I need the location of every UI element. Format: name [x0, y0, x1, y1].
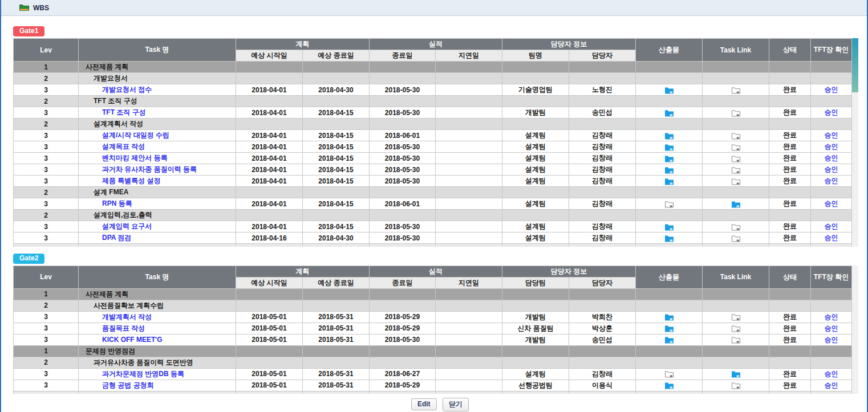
col-header-plan-end: 예상 종료일 — [303, 277, 370, 288]
scrollbar-thumb[interactable] — [852, 38, 858, 92]
task-name-link[interactable]: DPA 점검 — [102, 234, 131, 242]
approve-link[interactable]: 승인 — [825, 381, 838, 389]
approve-link[interactable]: 승인 — [825, 165, 838, 173]
output-cell — [636, 357, 703, 368]
approve-link[interactable]: 승인 — [825, 313, 838, 321]
output-folder-icon[interactable] — [665, 85, 674, 93]
task-name-link[interactable]: 설계입력 요구서 — [102, 222, 152, 230]
task-name-link[interactable]: 벤치마킹 제안서 등록 — [102, 154, 168, 162]
task-name-link[interactable]: KICK OFF MEET'G — [102, 336, 163, 344]
output-folder-icon[interactable] — [665, 336, 674, 344]
task-link-folder-empty-icon[interactable] — [732, 234, 740, 242]
task-name-link[interactable]: 설계목표 작성 — [102, 142, 145, 150]
tft-confirm-cell: 승인 — [811, 232, 852, 244]
task-name-cell: 사전제품 계획 — [79, 288, 236, 300]
status-cell — [769, 187, 811, 198]
task-link-folder-icon[interactable] — [732, 370, 740, 378]
edit-button[interactable]: Edit — [411, 398, 437, 410]
task-link-folder-empty-icon[interactable] — [732, 108, 740, 116]
plan-end-cell: 2018-04-15 — [303, 141, 370, 153]
output-cell — [636, 96, 703, 107]
approve-link[interactable]: 승인 — [825, 222, 838, 230]
task-link-folder-empty-icon[interactable] — [732, 142, 740, 150]
task-name-link[interactable]: 개발요청서 접수 — [102, 85, 152, 93]
output-folder-icon[interactable] — [665, 324, 674, 332]
gate2-badge: Gate2 — [13, 254, 44, 264]
task-link-folder-empty-icon[interactable] — [732, 154, 740, 162]
partial-cell — [303, 391, 370, 394]
task-name-cell: DPA 점검 — [79, 232, 236, 244]
task-name-cell: TFT 조직 구성 — [79, 96, 236, 107]
team-cell: 개발팀 — [502, 107, 569, 119]
plan-start-cell: 2018-04-01 — [236, 164, 303, 176]
task-link-folder-empty-icon[interactable] — [732, 222, 740, 230]
output-folder-icon[interactable] — [665, 381, 674, 389]
approve-link[interactable]: 승인 — [825, 234, 838, 242]
owner-cell — [569, 288, 636, 300]
task-name-cell: 설계입력 요구서 — [79, 221, 236, 232]
task-name-link[interactable]: 품질목표 작성 — [102, 324, 145, 332]
actual-end-cell: 2018-05-30 — [370, 334, 436, 345]
task-link-folder-empty-icon[interactable] — [732, 313, 740, 321]
approve-link[interactable]: 승인 — [825, 131, 838, 139]
task-link-folder-empty-icon[interactable] — [732, 336, 740, 344]
partial-cell — [569, 244, 636, 247]
owner-cell: 노형진 — [569, 84, 636, 96]
output-folder-icon[interactable] — [665, 165, 674, 173]
task-name-cell: 설계계획서 작성 — [79, 119, 236, 130]
plan-end-cell: 2018-04-15 — [303, 153, 370, 164]
output-cell — [636, 130, 703, 141]
task-name-link[interactable]: 제품 특별특성 설정 — [102, 177, 161, 185]
task-name-link[interactable]: 과거차 유사차종 품질이력 등록 — [102, 165, 197, 173]
output-folder-icon[interactable] — [665, 142, 674, 150]
table-row: 2개발요청서 — [14, 73, 852, 84]
task-link-folder-empty-icon[interactable] — [732, 85, 740, 93]
task-name-link[interactable]: TFT 조직 구성 — [102, 108, 146, 116]
approve-link[interactable]: 승인 — [825, 177, 838, 185]
approve-link[interactable]: 승인 — [825, 336, 838, 344]
approve-link[interactable]: 승인 — [825, 370, 838, 378]
owner-cell: 김창래 — [569, 368, 636, 380]
output-folder-icon[interactable] — [665, 154, 674, 162]
output-folder-icon[interactable] — [665, 313, 674, 321]
approve-link[interactable]: 승인 — [825, 108, 838, 116]
output-cell — [636, 232, 703, 244]
close-button[interactable]: 닫기 — [443, 398, 469, 411]
output-folder-icon[interactable] — [665, 108, 674, 116]
plan-start-cell — [236, 345, 303, 357]
output-folder-icon[interactable] — [665, 222, 674, 230]
col-header-team: 팀명 — [502, 50, 569, 62]
table-scrollbar[interactable] — [852, 38, 858, 247]
table-scrollbar[interactable] — [852, 266, 858, 394]
task-name-link[interactable]: 과거차문제점 반영DB 등록 — [102, 370, 184, 378]
lev-cell: 3 — [14, 323, 79, 334]
output-folder-empty-icon[interactable] — [665, 370, 674, 378]
output-folder-icon[interactable] — [665, 131, 674, 139]
lev-cell: 3 — [14, 198, 79, 210]
table-row: 2과거유사차종 품질이력 도면반영 — [14, 357, 852, 368]
output-folder-icon[interactable] — [665, 177, 674, 185]
task-link-cell — [703, 300, 769, 311]
task-link-folder-icon[interactable] — [732, 199, 740, 207]
approve-link[interactable]: 승인 — [825, 85, 838, 93]
approve-link[interactable]: 승인 — [825, 142, 838, 150]
task-name-link[interactable]: RPN 등록 — [102, 199, 132, 207]
approve-link[interactable]: 승인 — [825, 199, 838, 207]
task-name-link[interactable]: 개발계획서 작성 — [102, 313, 152, 321]
plan-end-cell — [303, 288, 370, 300]
task-link-folder-empty-icon[interactable] — [732, 165, 740, 173]
output-folder-icon[interactable] — [665, 234, 674, 242]
task-name-link[interactable]: 설계/시작 대일정 수립 — [102, 131, 169, 139]
task-link-folder-empty-icon[interactable] — [732, 381, 740, 389]
approve-link[interactable]: 승인 — [825, 324, 838, 332]
partial-row — [14, 244, 852, 247]
task-link-folder-empty-icon[interactable] — [732, 131, 740, 139]
approve-link[interactable]: 승인 — [825, 154, 838, 162]
task-link-folder-empty-icon[interactable] — [732, 324, 740, 332]
task-link-folder-empty-icon[interactable] — [732, 177, 740, 185]
tft-confirm-cell — [811, 73, 852, 84]
output-cell — [636, 153, 703, 164]
task-name-link[interactable]: 금형 공법 공청회 — [102, 381, 154, 389]
output-folder-empty-icon[interactable] — [665, 199, 674, 207]
wbs-table-gate2: LevTask 명계획실적담당자 정보산출물Task Link상태TFT장 확인… — [13, 266, 852, 394]
